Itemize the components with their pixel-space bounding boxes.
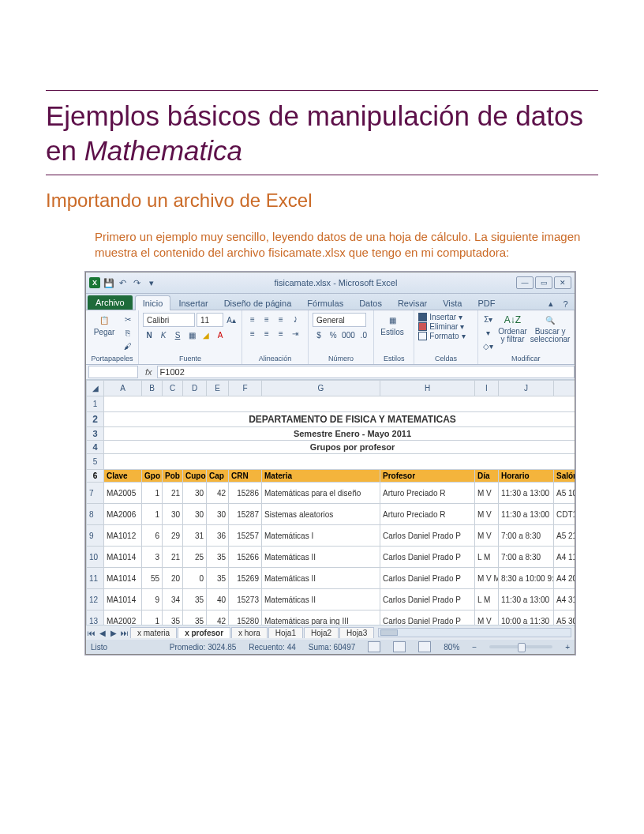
ribbon-tab-datos[interactable]: Datos — [351, 295, 390, 310]
zoom-slider[interactable] — [489, 645, 552, 648]
formula-input[interactable]: F1002 — [157, 366, 575, 378]
rotate-text-icon[interactable]: ⤸ — [289, 313, 301, 325]
select-all-corner[interactable]: ◢ — [87, 381, 104, 396]
font-color-icon[interactable]: A — [214, 329, 227, 341]
restore-button[interactable]: ▭ — [535, 276, 552, 289]
minimize-button[interactable]: — — [516, 276, 534, 289]
sheet-tab-xmateria[interactable]: x materia — [130, 627, 177, 638]
table-row[interactable]: 8MA2006130303015287Sistemas aleatoriosAr… — [87, 504, 575, 525]
col-F[interactable]: F — [229, 381, 262, 396]
col-D[interactable]: D — [183, 381, 207, 396]
clear-icon[interactable]: ◇▾ — [482, 340, 495, 352]
sort-filter-button[interactable]: A↓Z Ordenar y filtrar — [498, 313, 527, 344]
table-row[interactable]: 12MA1014934354015273Matemáticas IICarlos… — [87, 589, 575, 610]
currency-icon[interactable]: $ — [313, 329, 325, 341]
file-tab[interactable]: Archivo — [88, 295, 133, 310]
sheet-nav-prev[interactable]: ◀ — [97, 629, 108, 637]
undo-icon[interactable]: ↶ — [117, 277, 129, 289]
table-row[interactable]: 13MA2002135354215280Matemáticas para ing… — [87, 610, 575, 626]
col-K[interactable]: K — [554, 381, 575, 396]
page-break-view-icon[interactable] — [418, 641, 431, 652]
zoom-out-button[interactable]: − — [472, 643, 477, 652]
excel-screenshot: X 💾 ↶ ↷ ▾ fisicamate.xlsx - Microsoft Ex… — [85, 272, 575, 655]
indent-icon[interactable]: ⇥ — [289, 327, 301, 340]
ribbon: 📋 Pegar ✂ ⎘ 🖌 Portapapeles Calibri 11 — [86, 310, 575, 365]
cell-styles-button[interactable]: ▦ Estilos — [378, 313, 406, 336]
font-size-combo[interactable]: 11 — [197, 313, 223, 327]
sheet-grid[interactable]: ◢ A B C D E F G H I J K 1 2DEPARTAMENTO … — [86, 380, 575, 625]
paste-button[interactable]: 📋 Pegar — [90, 313, 118, 336]
col-I[interactable]: I — [475, 381, 499, 396]
name-box[interactable] — [88, 366, 138, 378]
font-name-combo[interactable]: Calibri — [143, 313, 195, 327]
ribbon-tab-pdf[interactable]: PDF — [470, 295, 503, 310]
qat-dropdown-icon[interactable]: ▾ — [145, 277, 157, 289]
zoom-in-button[interactable]: + — [565, 643, 570, 652]
align-right-icon[interactable]: ≡ — [275, 327, 287, 340]
close-button[interactable]: ✕ — [554, 276, 571, 289]
col-B[interactable]: B — [142, 381, 163, 396]
sheet-tab-hoja2[interactable]: Hoja2 — [304, 627, 339, 638]
border-icon[interactable]: ▦ — [185, 329, 198, 341]
delete-cells-button[interactable]: Eliminar▾ — [418, 322, 464, 331]
ribbon-tab-inicio[interactable]: Inicio — [135, 295, 171, 310]
titlebar: X 💾 ↶ ↷ ▾ fisicamate.xlsx - Microsoft Ex… — [86, 272, 575, 294]
document-title: Ejemplos básicos de manipulación de dato… — [46, 99, 598, 168]
format-painter-icon[interactable]: 🖌 — [122, 340, 134, 352]
table-row[interactable]: 10MA1014321253515266Matemáticas IICarlos… — [87, 547, 575, 568]
align-left-icon[interactable]: ≡ — [246, 327, 259, 340]
save-icon[interactable]: 💾 — [103, 277, 114, 289]
italic-button[interactable]: K — [157, 329, 170, 341]
normal-view-icon[interactable] — [368, 641, 380, 652]
table-row[interactable]: 9MA1012629313615257Matemáticas ICarlos D… — [87, 525, 575, 547]
fill-color-icon[interactable]: ◢ — [200, 329, 212, 341]
sheet-tab-hoja1[interactable]: Hoja1 — [268, 627, 303, 638]
ribbon-tab-insertar[interactable]: Insertar — [170, 295, 215, 310]
increase-decimal-icon[interactable]: .0 — [358, 329, 370, 341]
col-G[interactable]: G — [262, 381, 380, 396]
number-format-combo[interactable]: General — [313, 313, 366, 327]
align-middle-icon[interactable]: ≡ — [260, 313, 273, 325]
help-icon[interactable]: ? — [560, 298, 571, 310]
sort-label: Ordenar y filtrar — [498, 328, 527, 344]
banner-title: DEPARTAMENTO DE FISICA Y MATEMATICAS — [104, 412, 575, 427]
increase-font-icon[interactable]: A▴ — [225, 314, 238, 326]
minimize-ribbon-icon[interactable]: ▴ — [545, 298, 556, 310]
ribbon-tab-revisar[interactable]: Revisar — [390, 295, 435, 310]
col-J[interactable]: J — [499, 381, 554, 396]
align-center-icon[interactable]: ≡ — [260, 327, 273, 340]
fx-icon[interactable]: fx — [145, 367, 152, 377]
col-C[interactable]: C — [163, 381, 183, 396]
sheet-tab-hoja3[interactable]: Hoja3 — [339, 627, 374, 638]
table-row[interactable]: 7MA2005121304215286Matemáticas para el d… — [87, 483, 575, 504]
find-select-button[interactable]: 🔍 Buscar y seleccionar — [530, 313, 570, 344]
format-cells-button[interactable]: Formato▾ — [418, 332, 465, 340]
redo-icon[interactable]: ↷ — [131, 277, 143, 289]
sheet-nav-last[interactable]: ⏭ — [119, 629, 130, 637]
thousands-icon[interactable]: 000 — [341, 329, 356, 341]
cut-icon[interactable]: ✂ — [122, 313, 134, 325]
ribbon-tab-diseno[interactable]: Diseño de página — [216, 295, 300, 310]
col-E[interactable]: E — [207, 381, 229, 396]
percent-icon[interactable]: % — [327, 329, 339, 341]
bold-button[interactable]: N — [143, 329, 155, 341]
autosum-icon[interactable]: Σ▾ — [482, 313, 495, 325]
align-top-icon[interactable]: ≡ — [246, 313, 259, 325]
col-H[interactable]: H — [380, 381, 475, 396]
align-bottom-icon[interactable]: ≡ — [275, 313, 287, 325]
col-A[interactable]: A — [104, 381, 142, 396]
copy-icon[interactable]: ⎘ — [122, 326, 134, 339]
horizontal-scrollbar[interactable] — [378, 628, 571, 637]
sheet-tab-xhora[interactable]: x hora — [231, 627, 268, 638]
sheet-tab-xprofesor[interactable]: x profesor — [178, 627, 230, 638]
sheet-nav-next[interactable]: ▶ — [108, 629, 119, 637]
clipboard-icon: 📋 — [97, 313, 111, 327]
insert-cells-button[interactable]: Insertar▾ — [418, 313, 462, 321]
page-layout-view-icon[interactable] — [393, 641, 406, 652]
ribbon-tab-vista[interactable]: Vista — [435, 295, 470, 310]
fill-icon[interactable]: ▾ — [482, 326, 495, 339]
ribbon-tab-formulas[interactable]: Fórmulas — [299, 295, 351, 310]
sheet-nav-first[interactable]: ⏮ — [86, 629, 97, 637]
underline-button[interactable]: S — [171, 329, 184, 341]
table-row[interactable]: 11MA1014552003515269Matemáticas IICarlos… — [87, 568, 575, 589]
